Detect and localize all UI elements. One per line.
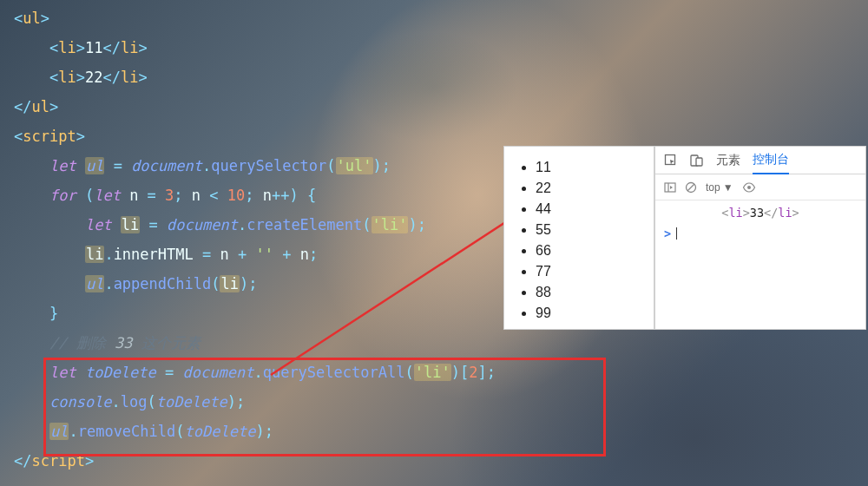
code-line: // 删除 33 这个元素 bbox=[14, 328, 496, 358]
code-line: </ul> bbox=[14, 92, 496, 122]
code-line: let li = document.createElement('li'); bbox=[14, 210, 496, 240]
list-item: 66 bbox=[536, 240, 645, 261]
highlight-box bbox=[43, 358, 606, 456]
svg-line-7 bbox=[687, 184, 694, 191]
device-icon[interactable] bbox=[690, 154, 704, 167]
code-line: ul.appendChild(li); bbox=[14, 269, 496, 299]
code-line: <script> bbox=[14, 122, 496, 151]
tab-elements[interactable]: 元素 bbox=[716, 153, 740, 168]
code-line: <ul> bbox=[14, 3, 496, 33]
code-line: <li>22</li> bbox=[14, 62, 496, 92]
chevron-down-icon: ▼ bbox=[723, 181, 733, 194]
code-line: li.innerHTML = n + '' + n; bbox=[14, 240, 496, 269]
devtools-panel: 元素 控制台 top ▼ <li>33</li> > bbox=[654, 146, 866, 330]
prompt-chevron-icon: > bbox=[664, 227, 671, 240]
console-prompt[interactable]: > bbox=[664, 227, 857, 240]
list-item: 77 bbox=[536, 261, 645, 282]
text-cursor bbox=[676, 227, 677, 240]
list-item: 44 bbox=[536, 199, 645, 220]
tab-console[interactable]: 控制台 bbox=[753, 152, 789, 174]
list-item: 88 bbox=[536, 282, 645, 303]
list-item: 22 bbox=[536, 178, 645, 199]
list-item: 11 bbox=[536, 157, 645, 178]
console-log-line: <li>33</li> bbox=[664, 206, 857, 220]
output-list: 11 22 44 55 66 77 88 99 bbox=[529, 157, 645, 324]
devtools-toolbar: top ▼ bbox=[655, 174, 865, 200]
svg-point-8 bbox=[747, 186, 751, 189]
code-line: let ul = document.querySelector('ul'); bbox=[14, 151, 496, 181]
console-body: <li>33</li> > bbox=[655, 200, 865, 246]
browser-output: 11 22 44 55 66 77 88 99 bbox=[503, 146, 654, 330]
code-line: <li>11</li> bbox=[14, 33, 496, 62]
inspect-icon[interactable] bbox=[664, 154, 678, 167]
eye-icon[interactable] bbox=[742, 182, 756, 193]
list-item: 99 bbox=[536, 303, 645, 324]
code-line: for (let n = 3; n < 10; n++) { bbox=[14, 181, 496, 210]
sidebar-toggle-icon[interactable] bbox=[664, 181, 676, 194]
context-selector[interactable]: top ▼ bbox=[706, 181, 733, 194]
svg-rect-3 bbox=[696, 158, 702, 166]
clear-icon[interactable] bbox=[685, 181, 697, 194]
list-item: 55 bbox=[536, 220, 645, 240]
devtools-tabbar: 元素 控制台 bbox=[655, 147, 865, 174]
code-line: } bbox=[14, 299, 496, 328]
